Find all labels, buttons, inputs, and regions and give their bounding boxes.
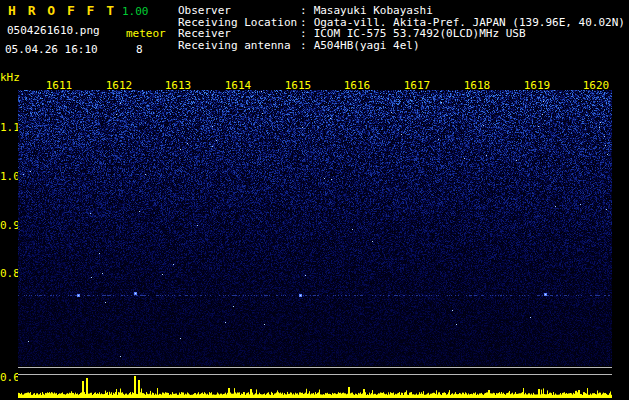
signal-level-canvas [18,366,612,400]
y-tick: 1.0 [0,170,17,183]
y-axis-unit: kHz [0,71,18,84]
spectrogram-canvas [18,90,612,367]
y-tick: 0.6 [0,371,17,384]
info-label: Receiver [178,28,300,40]
info-row-receiver: Receiver:ICOM IC-575 53.7492(0LCD)MHz US… [178,28,625,40]
y-tick: 0.9 [0,219,17,232]
info-row-observer: Observer:Masayuki Kobayashi [178,5,625,17]
info-row-antenna: Receiving antenna:A504HB(yagi 4el) [178,40,625,52]
info-label: Observer [178,5,300,17]
output-filename: 0504261610.png [7,24,100,37]
app-version: 1.00 [122,5,149,18]
mode-label: meteor [126,27,166,40]
info-value: A504HB(yagi 4el) [314,39,420,52]
datetime-label: 05.04.26 16:10 [5,43,98,56]
hrofft-window: H R O F F T 1.00 0504261610.png meteor 0… [0,0,629,400]
app-title: H R O F F T [8,3,116,18]
y-tick: 1.1 [0,121,17,134]
info-label: Receiving antenna [178,40,300,52]
station-info: Observer:Masayuki Kobayashi Receiving Lo… [178,5,625,51]
echo-count: 8 [136,43,143,56]
info-separator: : [300,39,307,52]
y-tick: 0.8 [0,267,17,280]
